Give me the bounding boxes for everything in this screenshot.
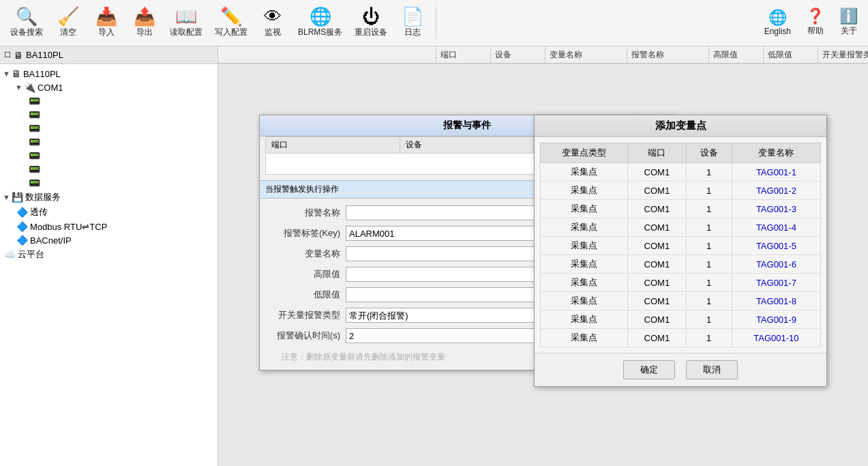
- log-icon: 📄: [402, 8, 423, 25]
- export-icon: 📤: [134, 8, 155, 25]
- tree-expand-com1[interactable]: ▼: [15, 83, 23, 91]
- addvar-row[interactable]: 采集点COM11TAG001-9: [541, 310, 821, 329]
- tree-node-ba110pl[interactable]: ▼ 🖥 BA110PL: [0, 67, 218, 81]
- tree-label-com1: COM1: [38, 83, 63, 93]
- tree-node-cloud[interactable]: ☁️ 云平台: [0, 247, 218, 262]
- toolbar-item-device-search[interactable]: 🔍设备搜索: [5, 3, 48, 44]
- tree-node-device1[interactable]: 📟: [0, 94, 218, 108]
- toolbar-right-item-about[interactable]: ℹ️关于: [835, 3, 863, 44]
- tree-icon-device2: 📟: [29, 109, 40, 120]
- toolbar-item-restart[interactable]: ⏻重启设备: [350, 3, 392, 44]
- alarm-name-label: 报警名称: [271, 207, 346, 219]
- tree-node-device5[interactable]: 📟: [0, 149, 218, 162]
- addvar-row[interactable]: 采集点COM11TAG001-8: [541, 292, 821, 310]
- toolbar-item-write-config[interactable]: ✏️写入配置: [210, 3, 252, 44]
- addvar-th-端口: 端口: [628, 143, 686, 163]
- language-label: English: [764, 27, 791, 36]
- tree-node-bacnet[interactable]: 🔷 BACnet/IP: [0, 233, 218, 247]
- addvar-dialog: 添加变量点 变量点类型端口设备变量名称 采集点COM11TAG001-1采集点C…: [534, 115, 827, 387]
- tree-expand-data-service[interactable]: ▼: [3, 193, 10, 201]
- addvar-row[interactable]: 采集点COM11TAG001-5: [541, 237, 821, 255]
- sidebar-device-icon: 🖥: [14, 50, 23, 61]
- tree-icon-ba110pl: 🖥: [12, 68, 21, 79]
- tree-node-device3[interactable]: 📟: [0, 121, 218, 135]
- monitor-icon: 👁: [264, 8, 282, 25]
- addvar-row[interactable]: 采集点COM11TAG001-3: [541, 200, 821, 218]
- tree-label-cloud: 云平台: [18, 248, 44, 261]
- th-high_limit: 高限值: [709, 46, 764, 63]
- main-area: ☐ 🖥 BA110PL ▼ 🖥 BA110PL ▼ 🔌 COM1 📟 📟 📟 📟: [0, 46, 868, 466]
- tree-node-device2[interactable]: 📟: [0, 108, 218, 121]
- language-icon: 🌐: [768, 10, 787, 25]
- tree-icon-modbus: 🔷: [16, 221, 28, 232]
- blrms-icon: 🌐: [310, 8, 331, 25]
- cancel-button[interactable]: 取消: [686, 360, 738, 379]
- addvar-row[interactable]: 采集点COM11TAG001-6: [541, 255, 821, 274]
- toolbar-item-import[interactable]: 📥导入: [89, 3, 124, 44]
- confirm-time-label: 报警确认时间(s): [271, 330, 346, 342]
- tree-icon-device3: 📟: [29, 123, 40, 134]
- toolbar-item-read-config[interactable]: 📖读取配置: [165, 3, 207, 44]
- sidebar-collapse-icon[interactable]: ☐: [4, 50, 11, 59]
- th-port: 端口: [436, 46, 491, 63]
- tree-icon-device1: 📟: [29, 96, 40, 106]
- th-var_name: 变量名称: [545, 46, 627, 63]
- toolbar-right-item-help[interactable]: ❓帮助: [801, 3, 829, 44]
- toolbar-item-monitor[interactable]: 👁监视: [255, 3, 290, 44]
- addvar-row[interactable]: 采集点COM11TAG001-2: [541, 181, 821, 200]
- read-config-label: 读取配置: [170, 27, 203, 38]
- device-search-icon: 🔍: [16, 8, 38, 25]
- monitor-label: 监视: [265, 27, 281, 38]
- toolbar-right: 🌐English❓帮助ℹ️关于: [760, 3, 863, 44]
- th-switch_type: 开关量报警类型: [818, 46, 868, 63]
- tree-icon-bacnet: 🔷: [16, 235, 28, 246]
- low-limit-label: 低限值: [271, 289, 346, 301]
- toolbar-item-blrms[interactable]: 🌐BLRMS服务: [293, 3, 347, 44]
- table-header: 端口设备变量名称报警名称高限值低限值开关量报警类型报警确认时间(s)报警标签(K…: [218, 46, 868, 64]
- toolbar: 🔍设备搜索🧹清空📥导入📤导出📖读取配置✏️写入配置👁监视🌐BLRMS服务⏻重启设…: [0, 0, 868, 46]
- import-label: 导入: [98, 27, 115, 38]
- toolbar-item-clear[interactable]: 🧹清空: [50, 3, 86, 44]
- alarm-tag-label: 报警标签(Key): [271, 227, 346, 239]
- help-label: 帮助: [807, 25, 824, 37]
- help-icon: ❓: [806, 9, 824, 24]
- import-icon: 📥: [95, 8, 117, 25]
- about-icon: ℹ️: [839, 9, 858, 24]
- switch-type-label: 开关量报警类型: [271, 309, 346, 321]
- addvar-th-变量点类型: 变量点类型: [541, 143, 628, 163]
- toolbar-item-export[interactable]: 📤导出: [127, 3, 162, 44]
- high-limit-label: 高限值: [271, 268, 346, 280]
- log-label: 日志: [404, 27, 421, 38]
- th-low_limit: 低限值: [764, 46, 818, 63]
- content-area: 端口设备变量名称报警名称高限值低限值开关量报警类型报警确认时间(s)报警标签(K…: [218, 46, 868, 466]
- addvar-row[interactable]: 采集点COM11TAG001-4: [541, 218, 821, 237]
- addvar-row[interactable]: 采集点COM11TAG001-7: [541, 274, 821, 292]
- tree-expand-ba110pl[interactable]: ▼: [3, 70, 10, 78]
- restart-label: 重启设备: [355, 27, 387, 38]
- tree-icon-device4: 📟: [29, 136, 40, 147]
- addvar-row[interactable]: 采集点COM11TAG001-1: [541, 163, 821, 181]
- tree-icon-data-service: 💾: [12, 192, 23, 203]
- toolbar-item-log[interactable]: 📄日志: [395, 3, 430, 44]
- toolbar-right-item-language[interactable]: 🌐English: [760, 3, 796, 44]
- addvar-row[interactable]: 采集点COM11TAG001-10: [541, 329, 821, 347]
- var-name-label: 变量名称: [271, 248, 346, 260]
- tree-icon-device6: 📟: [29, 164, 40, 175]
- tree-node-data-service[interactable]: ▼ 💾 数据服务: [0, 190, 218, 205]
- tree-node-device6[interactable]: 📟: [0, 162, 218, 176]
- tree-label-data-service: 数据服务: [25, 191, 61, 203]
- confirm-button[interactable]: 确定: [623, 360, 675, 379]
- tree-node-com1[interactable]: ▼ 🔌 COM1: [0, 81, 218, 94]
- tree-node-device7[interactable]: 📟: [0, 176, 218, 190]
- tree-label-ba110pl: BA110PL: [23, 69, 61, 79]
- addvar-table-container[interactable]: 变量点类型端口设备变量名称 采集点COM11TAG001-1采集点COM11TA…: [535, 137, 826, 353]
- tree-node-transparent[interactable]: 🔷 透传: [0, 205, 218, 220]
- addvar-th-变量名称: 变量名称: [732, 143, 820, 163]
- tree-node-device4[interactable]: 📟: [0, 135, 218, 149]
- th-alarm_name: 报警名称: [627, 46, 709, 63]
- tree-icon-cloud: ☁️: [4, 249, 16, 260]
- sidebar-title: BA110PL: [26, 50, 63, 60]
- clear-icon: 🧹: [57, 8, 79, 25]
- tree-node-modbus[interactable]: 🔷 Modbus RTU⇌TCP: [0, 220, 218, 233]
- about-label: 关于: [841, 25, 857, 37]
